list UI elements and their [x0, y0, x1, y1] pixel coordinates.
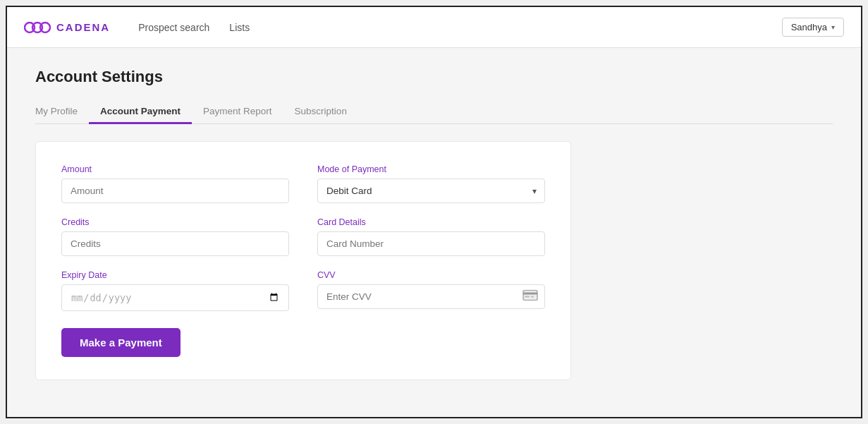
chevron-down-icon: ▾: [831, 23, 835, 31]
mode-label: Mode of Payment: [317, 164, 545, 174]
cvv-group: CVV: [317, 270, 545, 311]
card-details-label: Card Details: [317, 217, 545, 227]
logo-icon: [24, 20, 51, 35]
tabs-bar: My Profile Account Payment Payment Repor…: [35, 100, 833, 124]
cvv-label: CVV: [317, 270, 545, 280]
card-details-group: Card Details: [317, 217, 545, 256]
mode-select-wrapper: Debit Card Credit Card Net Banking UPI ▾: [317, 178, 545, 203]
credits-label: Credits: [61, 217, 289, 227]
tab-my-profile[interactable]: My Profile: [35, 100, 89, 124]
amount-label: Amount: [61, 164, 289, 174]
form-grid: Amount Mode of Payment Debit Card Credit…: [61, 164, 545, 311]
expiry-group: Expiry Date: [61, 270, 289, 311]
main-content: Account Settings My Profile Account Paym…: [7, 48, 861, 417]
mode-group: Mode of Payment Debit Card Credit Card N…: [317, 164, 545, 203]
cvv-wrapper: [317, 284, 545, 309]
card-number-input[interactable]: [317, 231, 545, 256]
amount-group: Amount: [61, 164, 289, 203]
credits-group: Credits: [61, 217, 289, 256]
logo-text: CADENA: [56, 21, 110, 33]
lists-link[interactable]: Lists: [229, 22, 250, 33]
amount-input[interactable]: [61, 178, 289, 203]
user-menu[interactable]: Sandhya ▾: [782, 18, 844, 37]
mode-select[interactable]: Debit Card Credit Card Net Banking UPI: [317, 178, 545, 203]
user-dropdown-button[interactable]: Sandhya ▾: [782, 18, 844, 37]
page-title: Account Settings: [35, 68, 833, 86]
prospect-search-link[interactable]: Prospect search: [138, 22, 209, 33]
payment-card: Amount Mode of Payment Debit Card Credit…: [35, 141, 571, 380]
user-name: Sandhya: [791, 22, 827, 32]
logo-area: CADENA: [24, 20, 110, 35]
tab-payment-report[interactable]: Payment Report: [192, 100, 283, 124]
expiry-label: Expiry Date: [61, 270, 289, 280]
nav-links: Prospect search Lists: [138, 22, 754, 33]
make-payment-button[interactable]: Make a Payment: [61, 328, 181, 357]
tab-account-payment[interactable]: Account Payment: [89, 100, 192, 124]
navbar: CADENA Prospect search Lists Sandhya ▾: [7, 7, 861, 48]
credits-input[interactable]: [61, 231, 289, 256]
cvv-input[interactable]: [317, 284, 545, 309]
tab-subscription[interactable]: Subscription: [283, 100, 358, 124]
expiry-date-input[interactable]: [61, 284, 289, 311]
